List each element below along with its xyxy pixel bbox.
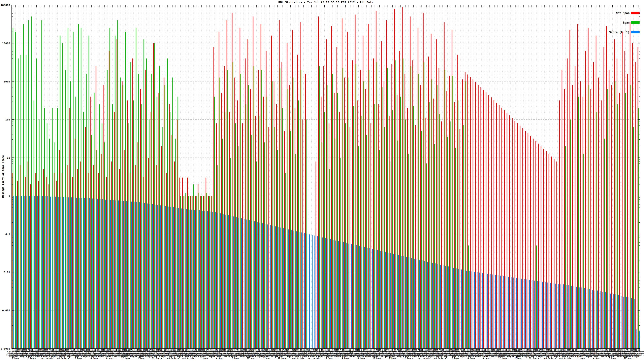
- bar-score: [639, 332, 640, 349]
- bar-spam: [86, 74, 86, 349]
- bar-not-spam: [630, 22, 630, 349]
- bar-score: [74, 197, 74, 349]
- bar-not-spam: [203, 196, 204, 349]
- bar-score: [414, 259, 414, 349]
- bar-score: [432, 263, 433, 349]
- bar-spam: [39, 119, 40, 349]
- bar-score: [555, 284, 556, 349]
- bar-score: [354, 245, 354, 349]
- bar-not-spam: [454, 102, 455, 349]
- bar-score: [438, 264, 438, 349]
- bar-spam: [638, 108, 639, 349]
- bar-spam: [277, 150, 278, 349]
- bar-spam: [340, 158, 340, 349]
- bar-score: [480, 273, 480, 349]
- bar-not-spam: [350, 127, 350, 349]
- bar-not-spam: [156, 165, 156, 349]
- bar-not-spam: [316, 161, 316, 349]
- bar-spam: [196, 196, 196, 349]
- bar-score: [579, 287, 580, 349]
- bar-not-spam: [502, 108, 502, 349]
- bar-not-spam: [190, 196, 190, 349]
- bar-score: [346, 243, 346, 349]
- bar-score: [226, 215, 226, 349]
- bar-score: [401, 256, 402, 349]
- bar-not-spam: [360, 70, 361, 349]
- bar-not-spam: [276, 104, 277, 349]
- bar-not-spam: [496, 103, 497, 349]
- bar-not-spam: [554, 159, 554, 349]
- bar-spam: [262, 70, 262, 349]
- bar-score: [587, 289, 587, 349]
- bar-score: [362, 247, 362, 349]
- bar-not-spam: [504, 110, 505, 349]
- bar-score: [244, 219, 244, 349]
- bar-spam: [447, 137, 448, 349]
- bar-score: [359, 246, 360, 349]
- bar-score: [634, 299, 634, 349]
- bar-spam: [99, 104, 100, 349]
- bar-not-spam: [528, 133, 528, 349]
- bar-score: [364, 247, 365, 349]
- bar-score: [406, 257, 407, 349]
- bar-not-spam: [54, 173, 54, 349]
- bar-not-spam: [17, 181, 18, 349]
- bar-not-spam: [187, 178, 188, 349]
- bar-not-spam: [397, 95, 397, 349]
- bar-spam: [178, 96, 178, 349]
- bar-score: [503, 276, 504, 349]
- bar-score: [280, 227, 281, 349]
- bar-not-spam: [268, 127, 269, 349]
- bar-score: [325, 238, 326, 349]
- bar-spam: [466, 81, 466, 349]
- bar-spam: [144, 39, 144, 349]
- bar-not-spam: [211, 196, 212, 349]
- bar-score: [267, 224, 268, 349]
- bar-not-spam: [580, 81, 580, 349]
- bar-not-spam: [438, 68, 439, 349]
- bar-spam: [421, 131, 422, 349]
- bar-spam: [348, 78, 348, 349]
- bar-spam: [120, 78, 120, 349]
- bar-score: [147, 204, 148, 349]
- bar-spam: [615, 81, 616, 349]
- bar-not-spam: [226, 20, 227, 349]
- bar-score: [333, 240, 334, 349]
- bar-score: [123, 201, 124, 349]
- bar-score: [136, 202, 137, 349]
- bar-score: [121, 201, 121, 349]
- bar-score: [574, 286, 574, 349]
- bar-spam: [159, 66, 160, 349]
- bar-score: [388, 253, 388, 349]
- bar-not-spam: [392, 64, 392, 349]
- bar-spam: [432, 79, 432, 349]
- bar-spam: [596, 112, 597, 349]
- bar-not-spam: [478, 85, 478, 349]
- bar-not-spam: [617, 58, 617, 349]
- bar-score: [398, 255, 399, 349]
- bar-score: [464, 270, 464, 349]
- bar-spam: [361, 116, 362, 349]
- bar-not-spam: [632, 43, 633, 349]
- bar-not-spam: [578, 24, 578, 349]
- bar-not-spam: [441, 121, 442, 349]
- bar-spam: [15, 32, 16, 349]
- bar-not-spam: [185, 196, 185, 349]
- bar-not-spam: [101, 154, 102, 349]
- bar-not-spam: [347, 32, 348, 349]
- bar-not-spam: [38, 181, 39, 349]
- bar-score: [134, 202, 134, 349]
- bar-spam: [167, 58, 168, 349]
- bar-score: [108, 200, 108, 349]
- bar-not-spam: [336, 47, 337, 349]
- bar-score: [105, 200, 106, 349]
- bar-score: [76, 198, 77, 349]
- bar-score: [24, 196, 24, 349]
- bar-spam: [62, 43, 63, 349]
- bar-spam: [146, 58, 147, 349]
- bar-not-spam: [381, 41, 382, 349]
- bar-spam: [42, 20, 42, 349]
- bar-score: [79, 198, 80, 349]
- bar-spam: [233, 62, 233, 349]
- bar-score: [597, 291, 598, 349]
